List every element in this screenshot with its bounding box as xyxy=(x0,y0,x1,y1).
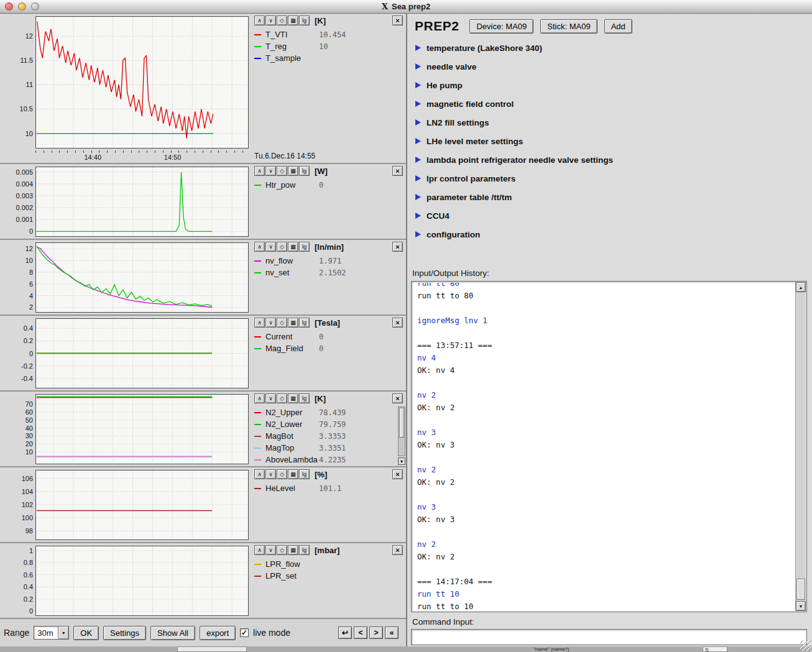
live-mode-checkbox[interactable]: ✓ xyxy=(240,628,249,637)
settings-button[interactable]: Settings xyxy=(103,626,146,640)
legend-item-t-vti[interactable]: T_VTI10.454 xyxy=(254,29,404,40)
auto-scale-button[interactable]: ◇ xyxy=(277,545,287,555)
chart-plot[interactable] xyxy=(36,319,248,388)
close-icon[interactable]: × xyxy=(392,166,403,176)
section-lhe-level-meter-settings[interactable]: LHe level meter settings xyxy=(410,132,810,150)
auto-scale-button[interactable]: ◇ xyxy=(277,16,287,25)
chart-plot[interactable] xyxy=(36,167,248,236)
legend-item-abovelambda[interactable]: AboveLambda4.2235 xyxy=(254,454,404,466)
stick-button[interactable]: Stick: MA09 xyxy=(540,19,597,34)
scale-down-button[interactable]: ∨ xyxy=(265,393,276,403)
jump-back-button[interactable]: « xyxy=(385,627,399,639)
scroll-down-icon[interactable]: ▼ xyxy=(796,601,806,611)
step-forward-button[interactable]: > xyxy=(369,627,383,639)
legend-item-t-sample[interactable]: T_sample xyxy=(254,52,404,64)
device-button[interactable]: Device: MA09 xyxy=(469,19,533,34)
scale-down-button[interactable]: ∨ xyxy=(265,16,276,25)
command-input[interactable] xyxy=(411,629,807,645)
plot-area[interactable] xyxy=(35,394,249,464)
scale-up-button[interactable]: ∧ xyxy=(254,16,265,25)
legend-item-n2-upper[interactable]: N2_Upper78.439 xyxy=(254,406,404,418)
grid-toggle-button[interactable]: ▦ xyxy=(288,469,298,479)
log-scale-button[interactable]: lg xyxy=(299,16,310,25)
show-all-button[interactable]: Show All xyxy=(150,626,195,640)
section-he-pump[interactable]: He pump xyxy=(410,76,810,94)
scale-down-button[interactable]: ∨ xyxy=(265,242,276,252)
scale-up-button[interactable]: ∧ xyxy=(254,318,265,328)
scale-up-button[interactable]: ∧ xyxy=(254,242,265,252)
close-icon[interactable]: × xyxy=(392,469,403,479)
scale-up-button[interactable]: ∧ xyxy=(254,166,265,176)
plot-area[interactable] xyxy=(35,242,249,313)
log-scale-button[interactable]: lg xyxy=(299,469,310,479)
close-icon[interactable]: × xyxy=(392,16,403,25)
legend-item-lpr-set[interactable]: LPR_set xyxy=(254,570,404,582)
legend-item-current[interactable]: Current0 xyxy=(254,331,404,342)
legend-item-mag-field[interactable]: Mag_Field0 xyxy=(254,342,404,354)
legend-item-magbot[interactable]: MagBot3.3353 xyxy=(254,430,404,442)
grid-toggle-button[interactable]: ▦ xyxy=(288,242,298,252)
grid-toggle-button[interactable]: ▦ xyxy=(288,16,298,25)
return-to-live-button[interactable]: ↩ xyxy=(338,627,352,639)
chart-plot[interactable] xyxy=(36,395,248,464)
grid-toggle-button[interactable]: ▦ xyxy=(288,393,298,403)
scroll-down-icon[interactable]: ▼ xyxy=(398,457,405,465)
legend-item-htr-pow[interactable]: Htr_pow0 xyxy=(254,179,404,191)
step-back-button[interactable]: < xyxy=(354,627,367,639)
legend-scrollbar[interactable] xyxy=(398,406,405,456)
plot-area[interactable] xyxy=(35,167,249,237)
scale-down-button[interactable]: ∨ xyxy=(265,166,276,176)
grid-toggle-button[interactable]: ▦ xyxy=(288,166,298,176)
grid-toggle-button[interactable]: ▦ xyxy=(288,545,298,555)
range-select[interactable]: 30m ▼ xyxy=(34,626,69,640)
section-configuration[interactable]: configuration xyxy=(410,225,810,244)
close-icon[interactable]: × xyxy=(392,318,403,328)
section-temperature-lakeshore-340[interactable]: temperature (LakeShore 340) xyxy=(410,39,810,57)
section-ln2-fill-settings[interactable]: LN2 fill settings xyxy=(410,113,810,132)
scrollbar-track[interactable] xyxy=(796,292,806,601)
log-scale-button[interactable]: lg xyxy=(299,242,310,252)
section-lambda-point-refrigerator-needle-valve-settings[interactable]: lambda point refrigerator needle valve s… xyxy=(410,150,810,169)
auto-scale-button[interactable]: ◇ xyxy=(277,469,287,479)
scroll-up-icon[interactable]: ▲ xyxy=(796,282,806,292)
legend-item-helevel[interactable]: HeLevel101.1 xyxy=(254,482,404,494)
auto-scale-button[interactable]: ◇ xyxy=(277,242,287,252)
section-ccu4[interactable]: CCU4 xyxy=(410,206,810,225)
scale-up-button[interactable]: ∧ xyxy=(254,393,265,403)
chart-plot[interactable] xyxy=(36,471,248,540)
log-scale-button[interactable]: lg xyxy=(299,318,310,328)
scale-down-button[interactable]: ∨ xyxy=(265,469,276,479)
history-scrollbar[interactable]: ▲ ▼ xyxy=(795,282,806,611)
grid-toggle-button[interactable]: ▦ xyxy=(288,318,298,328)
chart-plot[interactable] xyxy=(36,546,248,615)
close-icon[interactable]: × xyxy=(392,545,403,555)
chart-plot[interactable] xyxy=(36,17,248,148)
ok-button[interactable]: OK xyxy=(73,626,99,640)
scale-down-button[interactable]: ∨ xyxy=(265,318,276,328)
plot-area[interactable] xyxy=(35,16,249,149)
legend-item-nv-flow[interactable]: nv_flow1.971 xyxy=(254,255,404,267)
close-icon[interactable]: × xyxy=(392,242,403,252)
export-button[interactable]: export xyxy=(200,626,236,640)
plot-area[interactable] xyxy=(35,470,249,540)
scrollbar-thumb[interactable] xyxy=(796,579,805,600)
log-scale-button[interactable]: lg xyxy=(299,545,310,555)
chevron-down-icon[interactable]: ▼ xyxy=(58,626,69,640)
log-scale-button[interactable]: lg xyxy=(299,393,310,403)
auto-scale-button[interactable]: ◇ xyxy=(277,166,287,176)
auto-scale-button[interactable]: ◇ xyxy=(277,318,287,328)
legend-item-n2-lower[interactable]: N2_Lower79.759 xyxy=(254,418,404,430)
legend-item-nv-set[interactable]: nv_set2.1502 xyxy=(254,267,404,278)
scale-down-button[interactable]: ∨ xyxy=(265,545,276,555)
plot-area[interactable] xyxy=(35,546,249,616)
section-parameter-table-tt-tm[interactable]: parameter table /tt/tm xyxy=(410,188,810,206)
scale-up-button[interactable]: ∧ xyxy=(254,545,265,555)
section-lpr-control-parameters[interactable]: lpr control parameters xyxy=(410,169,810,188)
section-magnetic-field-control[interactable]: magnetic field control xyxy=(410,94,810,113)
scale-up-button[interactable]: ∧ xyxy=(254,469,265,479)
close-icon[interactable]: × xyxy=(392,393,403,403)
legend-item-t-reg[interactable]: T_reg10 xyxy=(254,40,404,52)
legend-item-lpr-flow[interactable]: LPR_flow xyxy=(254,558,404,570)
log-scale-button[interactable]: lg xyxy=(299,166,310,176)
add-button[interactable]: Add xyxy=(604,19,632,34)
